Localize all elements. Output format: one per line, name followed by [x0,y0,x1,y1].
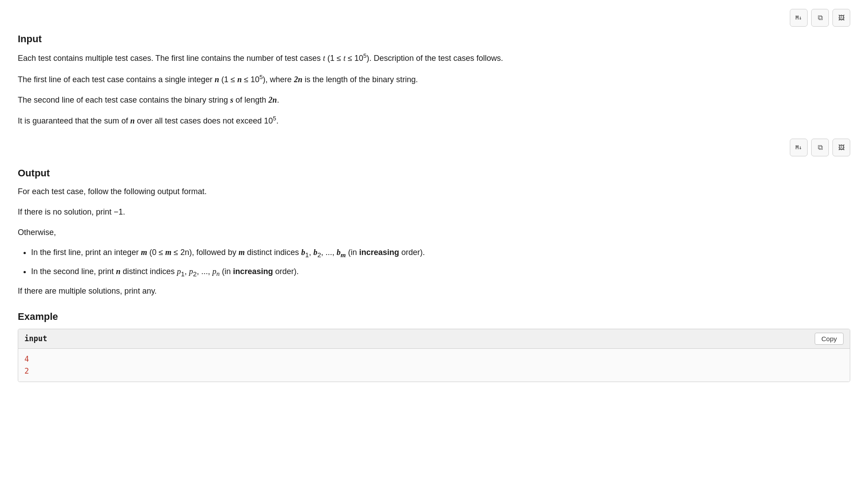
md-icon: M↓ [796,15,802,21]
input-para-3: The second line of each test case contai… [18,94,850,107]
copy-example-button[interactable]: Copy [815,333,844,345]
input-section: Input Each test contains multiple test c… [18,31,850,128]
image-button-mid[interactable]: 🖼 [832,139,850,156]
example-section: Example input Copy 4 2 [18,309,850,382]
example-heading: Example [18,309,850,324]
example-content: 4 2 [18,349,850,382]
example-box: input Copy 4 2 [18,329,850,382]
image-icon-mid: 🖼 [838,144,844,151]
output-bullet-1: In the first line, print an integer m (0… [31,246,850,260]
output-bullet-list: In the first line, print an integer m (0… [31,246,850,279]
image-icon-top: 🖼 [838,14,844,21]
example-input-label: input [24,333,47,345]
input-para-1: Each test contains multiple test cases. … [18,51,850,65]
mid-toolbar: M↓ ⧉ 🖼 [18,139,850,156]
input-para-4: It is guaranteed that the sum of n over … [18,114,850,128]
output-intro: For each test case, follow the following… [18,185,850,199]
md-download-button-mid[interactable]: M↓ [790,139,808,156]
output-multiple: If there are multiple solutions, print a… [18,285,850,298]
example-line-1: 4 [24,353,844,365]
copy-button-top[interactable]: ⧉ [811,9,829,27]
example-line-2: 2 [24,365,844,377]
output-no-solution: If there is no solution, print −1. [18,206,850,219]
top-toolbar: M↓ ⧉ 🖼 [18,9,850,27]
copy-button-mid[interactable]: ⧉ [811,139,829,156]
output-heading: Output [18,165,850,181]
output-otherwise: Otherwise, [18,226,850,239]
input-heading: Input [18,31,850,47]
output-section: Output For each test case, follow the fo… [18,165,850,298]
example-header: input Copy [18,329,850,349]
output-bullet-2: In the second line, print n distinct ind… [31,265,850,279]
md-download-button-top[interactable]: M↓ [790,9,808,27]
input-para-2: The first line of each test case contain… [18,72,850,87]
image-button-top[interactable]: 🖼 [832,9,850,27]
copy-icon-mid: ⧉ [818,143,823,151]
copy-icon-top: ⧉ [818,14,823,22]
md-icon-mid: M↓ [796,144,802,151]
